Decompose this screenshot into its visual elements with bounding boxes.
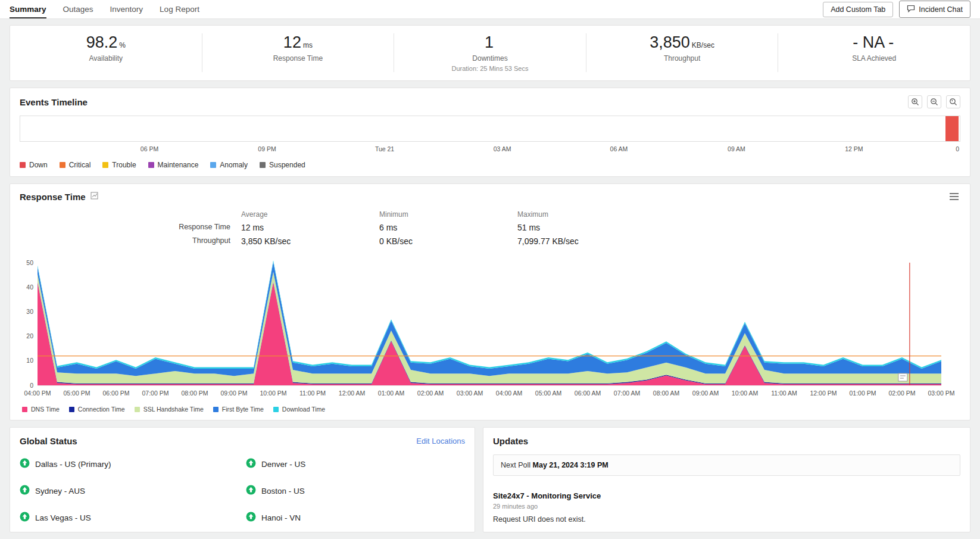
tab-log-report[interactable]: Log Report [160,0,199,18]
svg-text:12:00 PM: 12:00 PM [810,390,837,397]
svg-text:0: 0 [30,382,33,389]
location-item-las-vegas-us[interactable]: Las Vegas - US [20,512,246,524]
location-label: Dallas - US (Primary) [35,460,111,469]
stat-label: Throughput [586,54,778,63]
tab-inventory[interactable]: Inventory [110,0,143,18]
axis-label: 09 PM [258,145,276,152]
chart-menu-icon[interactable] [948,191,960,202]
edit-locations-link[interactable]: Edit Locations [416,437,465,445]
status-up-icon [20,458,30,470]
status-up-icon [20,512,30,524]
status-up-icon [246,512,256,524]
throughput-maximum: 7,099.77 KB/sec [517,236,696,246]
events-timeline-title: Events Timeline [20,97,88,107]
next-poll-value: May 21, 2024 3:19 PM [533,461,608,469]
zoom-in-icon[interactable] [908,95,922,108]
event-tooltip-icon[interactable] [898,373,907,381]
stat-throughput: 3,850KB/secThroughput [586,33,778,72]
location-list: Dallas - US (Primary)Denver - USSydney -… [20,458,465,524]
response-time-panel: Response Time Average Minimum Maximum Re… [10,183,970,420]
axis-label: 03 AM [494,145,511,152]
update-message: Request URI does not exist. [493,515,960,524]
stat-sla-achieved: - NA -SLA Achieved [778,33,970,72]
status-up-icon [246,458,256,470]
location-item-denver-us[interactable]: Denver - US [246,458,472,470]
events-timeline-track[interactable] [20,116,960,142]
legend-swatch [210,162,216,168]
legend-item-suspended: Suspended [260,161,305,169]
axis-label: Tue 21 [375,145,394,152]
response-time-chart[interactable]: 0102030405004:00 PM05:00 PM06:00 PM07:00… [20,256,960,402]
legend-swatch [213,407,219,412]
response-time-minimum: 6 ms [379,223,517,232]
legend-swatch [60,162,65,168]
global-status-title: Global Status [20,436,77,446]
zoom-out-icon[interactable] [927,95,941,108]
response-time-maximum: 51 ms [517,223,696,232]
status-up-icon [246,485,256,497]
location-item-sydney-aus[interactable]: Sydney - AUS [20,485,246,497]
legend-swatch [22,407,27,412]
update-time-ago: 29 minutes ago [493,503,960,510]
stat-value: 1 [485,33,494,51]
legend-label: Critical [69,161,91,169]
legend-label: Down [29,161,48,169]
incident-chat-label: Incident Chat [919,5,963,14]
stat-value: 3,850 [650,33,690,51]
zoom-reset-icon[interactable] [946,95,960,108]
location-label: Las Vegas - US [35,513,91,522]
location-item-hanoi-vn[interactable]: Hanoi - VN [246,512,472,524]
updates-title: Updates [493,436,960,446]
chat-icon [907,4,915,14]
legend-swatch [135,407,140,412]
location-label: Boston - US [261,487,305,496]
legend-label: Suspended [269,161,305,169]
response-time-average: 12 ms [241,223,379,232]
timeline-zoom-controls [908,95,960,108]
legend-label: Anomaly [220,161,248,169]
stat-label: SLA Achieved [778,54,970,63]
legend-item-trouble: Trouble [102,161,136,169]
legend-swatch [20,162,26,168]
legend-label: SSL Handshake Time [143,406,204,413]
svg-text:04:00 AM: 04:00 AM [496,390,522,397]
col-header-maximum: Maximum [517,210,696,219]
location-item-boston-us[interactable]: Boston - US [246,485,472,497]
row-label-throughput: Throughput [20,236,241,246]
down-event-block[interactable] [945,116,959,141]
next-poll-label: Next Poll [501,461,530,469]
stats-summary-panel: 98.2%Availability12msResponse Time1Downt… [10,25,970,81]
axis-label: 12 PM [845,145,863,152]
update-service-name: Site24x7 - Monitoring Service [493,491,960,500]
edit-chart-icon[interactable] [90,191,98,202]
axis-label: 0 [956,145,959,152]
location-label: Sydney - AUS [35,487,85,496]
stat-unit: KB/sec [692,41,714,49]
incident-chat-button[interactable]: Incident Chat [899,1,970,18]
svg-text:12:00 AM: 12:00 AM [339,390,365,397]
col-header-minimum: Minimum [379,210,517,219]
response-time-title: Response Time [20,192,86,202]
svg-text:05:00 AM: 05:00 AM [535,390,561,397]
add-custom-tab-button[interactable]: Add Custom Tab [823,2,893,17]
legend-swatch [260,162,266,168]
svg-text:40: 40 [26,283,33,291]
legend-item-dns-time: DNS Time [22,406,60,413]
svg-text:04:00 PM: 04:00 PM [24,390,51,397]
status-up-icon [20,485,30,497]
legend-item-down: Down [20,161,48,169]
update-entry: Site24x7 - Monitoring Service 29 minutes… [493,491,960,524]
legend-label: Maintenance [158,161,199,169]
global-status-panel: Global Status Edit Locations Dallas - US… [10,427,475,532]
legend-label: Connection Time [78,406,125,413]
tab-outages[interactable]: Outages [63,0,93,18]
legend-item-maintenance: Maintenance [148,161,199,169]
stat-sub: Duration: 25 Mins 53 Secs [394,65,586,72]
legend-label: Trouble [112,161,136,169]
tab-summary[interactable]: Summary [10,0,46,18]
svg-text:07:00 PM: 07:00 PM [142,390,169,397]
events-legend: DownCriticalTroubleMaintenanceAnomalySus… [20,161,960,169]
location-item-dallas-us-primary-[interactable]: Dallas - US (Primary) [20,458,246,470]
axis-label: 09 AM [728,145,745,152]
svg-text:06:00 AM: 06:00 AM [575,390,601,397]
